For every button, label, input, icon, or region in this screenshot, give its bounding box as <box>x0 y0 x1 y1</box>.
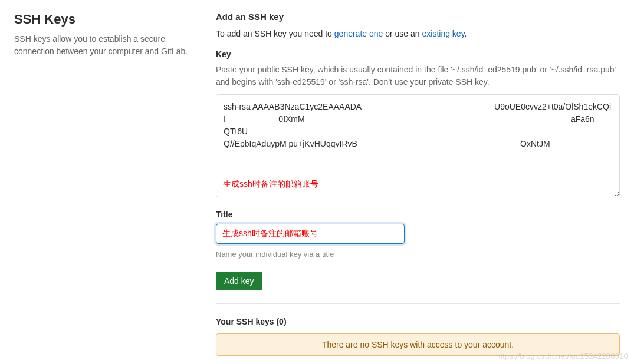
ssh-key-textarea[interactable] <box>216 94 620 197</box>
instruction-text: To add an SSH key you need to <box>216 29 334 38</box>
title-hint: Name your individual key via a title <box>216 250 620 259</box>
instruction-text: . <box>465 29 467 38</box>
key-label: Key <box>216 49 620 59</box>
title-input[interactable] <box>216 224 405 244</box>
existing-key-link[interactable]: existing key <box>422 29 465 38</box>
form-heading: Add an SSH key <box>216 12 620 22</box>
page-title: SSH Keys <box>14 12 197 27</box>
empty-state-alert: There are no SSH keys with access to you… <box>216 333 620 356</box>
ssh-keys-list-heading: Your SSH keys (0) <box>216 317 620 326</box>
page-description: SSH keys allow you to establish a secure… <box>14 33 197 58</box>
key-help-text: Paste your public SSH key, which is usua… <box>216 64 620 88</box>
add-key-button[interactable]: Add key <box>216 272 262 290</box>
title-label: Title <box>216 210 620 219</box>
instruction-text: or use an <box>383 29 422 38</box>
form-instruction: To add an SSH key you need to generate o… <box>216 28 620 40</box>
section-divider <box>216 303 620 304</box>
generate-one-link[interactable]: generate one <box>334 29 383 38</box>
